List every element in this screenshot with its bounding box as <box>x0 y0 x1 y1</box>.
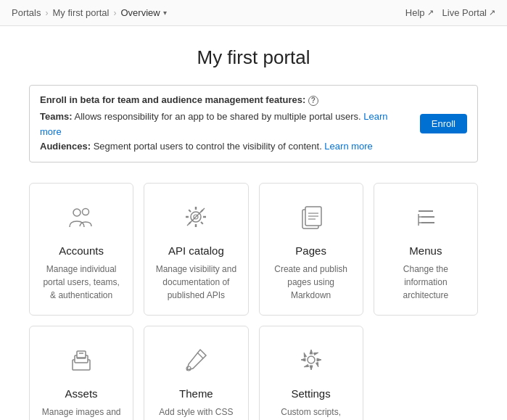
breadcrumb-current: Overview ▾ <box>120 7 166 18</box>
settings-icon <box>292 341 330 379</box>
card-pages[interactable]: Pages Create and publish pages using Mar… <box>259 183 363 316</box>
card-theme[interactable]: Theme Add style with CSS rules <box>144 326 248 420</box>
settings-title: Settings <box>292 387 331 400</box>
api-catalog-title: API catalog <box>168 244 224 257</box>
enroll-audiences-learn-more[interactable]: Learn more <box>324 141 372 152</box>
breadcrumb: Portals › My first portal › Overview ▾ <box>12 7 167 18</box>
enroll-audiences-label: Audiences: <box>40 141 91 152</box>
help-tooltip-icon[interactable]: ? <box>308 96 318 106</box>
pages-icon <box>292 198 330 236</box>
pages-title: Pages <box>295 244 326 257</box>
help-link[interactable]: Help ↗ <box>405 7 434 18</box>
enroll-teams-learn-more[interactable]: Learn more <box>40 111 388 137</box>
cards-top-row: Accounts Manage individual portal users,… <box>29 183 478 316</box>
enroll-title: Enroll in beta for team and audience man… <box>40 93 411 108</box>
breadcrumb-sep-1: › <box>45 8 48 18</box>
live-portal-label: Live Portal <box>442 7 487 18</box>
breadcrumb-portals-link[interactable]: Portals <box>12 7 41 18</box>
accounts-icon <box>62 198 100 236</box>
enroll-audiences-line: Audiences: Segment portal users to contr… <box>40 139 411 155</box>
assets-icon <box>62 341 100 379</box>
api-catalog-icon <box>177 198 215 236</box>
assets-title: Assets <box>65 387 98 400</box>
svg-point-1 <box>83 209 89 215</box>
theme-icon <box>177 341 215 379</box>
page-title: My first portal <box>29 46 478 69</box>
menus-title: Menus <box>409 244 442 257</box>
live-portal-external-icon: ↗ <box>489 8 495 17</box>
pages-desc: Create and publish pages using Markdown <box>270 263 353 302</box>
svg-point-31 <box>308 356 315 363</box>
breadcrumb-current-label: Overview <box>120 7 160 18</box>
svg-line-8 <box>189 210 191 212</box>
card-menus[interactable]: Menus Change the information architectur… <box>374 183 478 316</box>
card-assets[interactable]: Assets Manage images and other assets <box>29 326 133 420</box>
assets-desc: Manage images and other assets <box>40 405 123 420</box>
help-label: Help <box>405 7 425 18</box>
top-nav: Portals › My first portal › Overview ▾ H… <box>0 0 507 26</box>
menus-desc: Change the information architecture <box>384 263 467 302</box>
enroll-banner: Enroll in beta for team and audience man… <box>29 85 478 162</box>
card-api-catalog[interactable]: API catalog Manage visibility and docume… <box>144 183 248 316</box>
svg-point-0 <box>73 209 81 216</box>
menus-icon <box>407 198 445 236</box>
enroll-teams-label: Teams: <box>40 111 73 122</box>
cards-bottom-row: Assets Manage images and other assets Th… <box>29 326 478 420</box>
main-content: My first portal Enroll in beta for team … <box>0 26 507 420</box>
api-catalog-desc: Manage visibility and documentation of p… <box>154 263 237 302</box>
breadcrumb-sep-2: › <box>113 8 116 18</box>
enroll-button[interactable]: Enroll <box>420 114 467 133</box>
accounts-title: Accounts <box>59 244 104 257</box>
settings-desc: Custom scripts, domain, email settings..… <box>270 405 353 420</box>
card-empty <box>374 326 478 420</box>
theme-title: Theme <box>179 387 213 400</box>
nav-links: Help ↗ Live Portal ↗ <box>405 7 495 18</box>
card-settings[interactable]: Settings Custom scripts, domain, email s… <box>259 326 363 420</box>
card-accounts[interactable]: Accounts Manage individual portal users,… <box>29 183 133 316</box>
theme-desc: Add style with CSS rules <box>154 405 237 420</box>
enroll-text: Enroll in beta for team and audience man… <box>40 93 411 155</box>
help-external-icon: ↗ <box>427 8 434 17</box>
breadcrumb-dropdown-arrow-icon[interactable]: ▾ <box>163 9 167 17</box>
svg-line-9 <box>201 222 203 224</box>
accounts-desc: Manage individual portal users, teams, &… <box>40 263 123 302</box>
breadcrumb-portal-link[interactable]: My first portal <box>52 7 109 18</box>
live-portal-link[interactable]: Live Portal ↗ <box>442 7 495 18</box>
enroll-teams-line: Teams: Allows responsibility for an app … <box>40 110 411 140</box>
